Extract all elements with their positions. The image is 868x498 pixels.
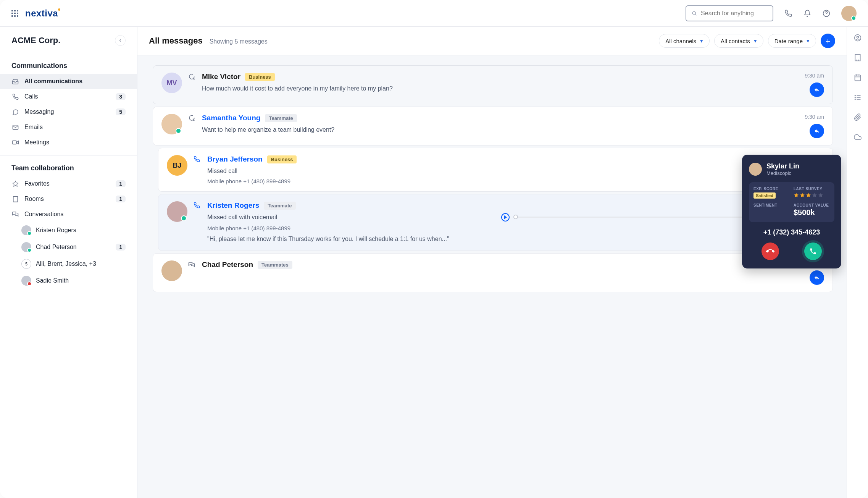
message-row[interactable]: BJ Bryan Jefferson Business Missed call … (158, 148, 833, 192)
survey-stars (794, 192, 830, 198)
search-input[interactable] (701, 10, 767, 17)
tag-teammate: Teammate (264, 202, 295, 210)
caller-phone: +1 (732) 345-4623 (749, 228, 834, 236)
inbox-icon (11, 78, 19, 85)
caller-name: Skylar Lin (766, 162, 799, 170)
voicemail-transcript: "Hi, please let me know if this Thursday… (207, 234, 824, 244)
page-subtitle: Showing 5 messages (210, 38, 268, 45)
avatar-icon (21, 242, 31, 252)
sidebar-item-meetings[interactable]: Meetings (0, 135, 137, 150)
top-bar: nextiva (0, 0, 868, 27)
svg-marker-14 (806, 193, 811, 197)
section-team-title: Team collaboration (0, 158, 137, 176)
phone-icon (11, 94, 19, 100)
tag-business: Business (267, 155, 297, 163)
message-body: How much would it cost to add everyone i… (202, 84, 787, 93)
svg-rect-8 (13, 196, 17, 202)
chevron-down-icon: ▾ (807, 37, 810, 44)
svg-marker-7 (13, 181, 18, 186)
sidebar: ACME Corp. Communications All communicat… (0, 27, 137, 498)
org-name: ACME Corp. (11, 36, 60, 45)
search-icon (692, 10, 697, 16)
phone-icon (194, 155, 201, 184)
chevron-down-icon: ▾ (754, 37, 757, 44)
global-search[interactable] (686, 5, 773, 21)
conversation-sadie[interactable]: Sadie Smith (0, 272, 137, 289)
sidebar-item-emails[interactable]: Emails (0, 120, 137, 135)
message-sender[interactable]: Samantha Young (202, 114, 260, 122)
message-sender[interactable]: Bryan Jefferson (207, 155, 263, 163)
message-sender: Mike Victor (202, 73, 240, 81)
message-time: 9:30 am (805, 114, 824, 120)
play-button[interactable] (501, 213, 510, 222)
filter-channels[interactable]: All channels ▾ (659, 34, 710, 48)
mail-icon (11, 124, 19, 131)
video-icon (11, 139, 19, 146)
message-row[interactable]: Kristen Rogers Teammate Missed call with… (158, 194, 833, 251)
chat-icon (11, 109, 19, 115)
calls-badge: 3 (116, 93, 126, 100)
calendar-icon[interactable] (853, 73, 862, 82)
conversations-icon (11, 211, 19, 218)
sidebar-item-rooms[interactable]: Rooms 1 (0, 191, 137, 207)
account-value: $500k (794, 208, 830, 217)
filter-date-range[interactable]: Date range ▾ (768, 34, 816, 48)
collapse-sidebar-button[interactable] (115, 35, 126, 46)
user-avatar[interactable] (841, 6, 857, 21)
compose-button[interactable]: ＋ (821, 34, 835, 48)
list-icon[interactable] (853, 93, 862, 102)
missed-call-label: Missed call (207, 167, 824, 176)
svg-rect-22 (855, 75, 860, 81)
reply-button[interactable] (810, 124, 824, 138)
exp-score-chip: Satisfied (753, 192, 776, 199)
tag-business: Business (245, 73, 275, 81)
building-icon (11, 196, 19, 202)
conversations-icon (188, 260, 196, 285)
svg-point-31 (855, 99, 855, 100)
chat-icon (188, 114, 196, 138)
tag-teammate: Teammate (265, 114, 297, 122)
sidebar-item-all-communications[interactable]: All communications (0, 74, 137, 89)
decline-call-button[interactable] (762, 243, 779, 260)
help-icon[interactable] (822, 9, 831, 18)
chevron-down-icon: ▾ (700, 37, 703, 44)
profile-icon[interactable] (853, 34, 862, 42)
voicemail-label: Missed call with voicemail (207, 213, 497, 222)
sidebar-item-conversations[interactable]: Conversations (0, 207, 137, 222)
phone-number: Mobile phone +1 (480) 899-4899 (207, 178, 824, 184)
avatar-photo (167, 201, 187, 222)
message-time: 9:30 am (805, 73, 824, 79)
building-icon[interactable] (853, 53, 862, 62)
reply-button[interactable] (810, 82, 824, 97)
avatar-icon (21, 225, 31, 235)
sidebar-item-messaging[interactable]: Messaging 5 (0, 104, 137, 120)
message-row[interactable]: Samantha Young Teammate Want to help me … (153, 107, 833, 146)
phone-number: Mobile phone +1 (480) 899-4899 (207, 225, 824, 231)
reply-button[interactable] (810, 270, 824, 285)
svg-point-0 (692, 11, 695, 15)
accept-call-button[interactable] (804, 243, 822, 260)
chat-icon (188, 73, 196, 97)
conversation-kristen[interactable]: Kristen Rogers (0, 222, 137, 239)
sidebar-item-favorites[interactable]: Favorites 1 (0, 176, 137, 191)
paperclip-icon[interactable] (853, 113, 862, 121)
svg-marker-15 (812, 193, 817, 197)
svg-point-30 (855, 97, 855, 98)
message-sender[interactable]: Kristen Rogers (207, 201, 259, 210)
avatar-initials: BJ (167, 155, 187, 176)
sidebar-item-calls[interactable]: Calls 3 (0, 89, 137, 104)
cloud-icon[interactable] (853, 133, 862, 141)
filter-contacts[interactable]: All contacts ▾ (714, 34, 763, 48)
avatar-initials: MV (161, 73, 182, 93)
conversation-group[interactable]: 5 Alli, Brent, Jessica, +3 (0, 255, 137, 272)
conversation-chad[interactable]: Chad Peterson 1 (0, 239, 137, 255)
messaging-badge: 5 (116, 108, 126, 115)
app-switcher-icon[interactable] (11, 10, 18, 17)
phone-icon[interactable] (784, 9, 792, 18)
message-row[interactable]: Chad Peterson Teammates 9:30 am (153, 253, 833, 292)
message-row[interactable]: MV Mike Victor Business How much would i… (153, 65, 833, 104)
message-body: Want to help me organize a team building… (202, 125, 787, 134)
avatar-icon (21, 276, 31, 286)
bell-icon[interactable] (803, 9, 812, 18)
page-title: All messages (149, 36, 203, 46)
